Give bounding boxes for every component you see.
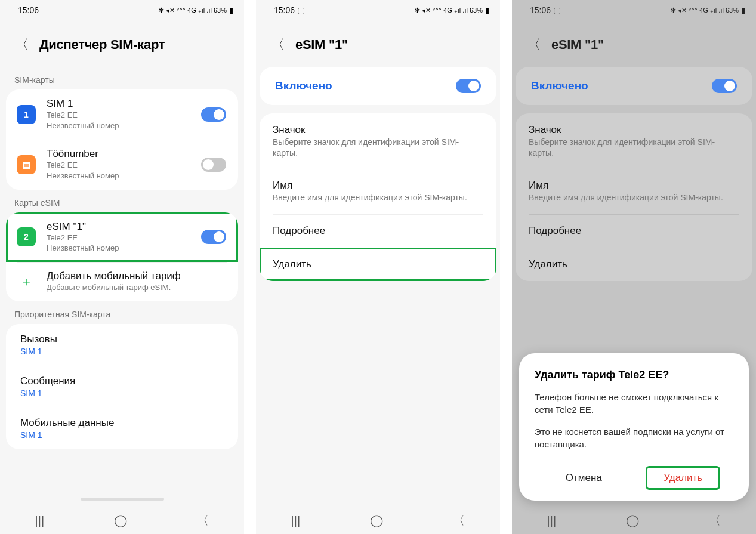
esim1-toggle[interactable] (201, 230, 226, 244)
esim1-row[interactable]: 2 eSIM "1" Tele2 EE Неизвестный номер (6, 212, 238, 263)
esim-card: 2 eSIM "1" Tele2 EE Неизвестный номер ＋ … (6, 212, 238, 302)
nav-recents-icon[interactable]: ||| (547, 514, 557, 527)
pref-sms-row[interactable]: Сообщения SIM 1 (6, 366, 238, 408)
more-row[interactable]: Подробнее (260, 214, 496, 248)
battery-icon: ▮ (741, 6, 745, 15)
screen-esim-delete-dialog: 15:06 ▢ ✻ ◂✕ ᵛᵒᵒ 4G ₊ıl .ıl 63%▮ 〈 eSIM … (512, 0, 756, 534)
more-label: Подробнее (529, 225, 739, 237)
sim2-icon: ▤ (17, 155, 36, 174)
name-title: Имя (529, 180, 739, 192)
add-plan-title: Добавить мобильный тариф (47, 270, 226, 282)
dialog-body-1: Телефон больше не сможет подключаться к … (535, 391, 733, 416)
gesture-handle (81, 498, 164, 501)
status-indicators: ✻ ◂✕ ᵛᵒᵒ 4G ₊ıl .ıl 63%▮ (159, 6, 233, 15)
esim1-number: Неизвестный номер (47, 243, 201, 254)
status-bar: 15:06 ▢ ✻ ◂✕ ᵛᵒᵒ 4G ₊ıl .ıl 63%▮ (512, 0, 756, 18)
pref-sms-label: Сообщения (20, 375, 224, 387)
sim1-number: Неизвестный номер (47, 121, 201, 131)
status-indicators: ✻ ◂✕ ᵛᵒᵒ 4G ₊ıl .ıl 63%▮ (415, 6, 489, 15)
sim2-name: Töönumber (47, 148, 201, 160)
screen-sim-manager: 15:06 ✻ ◂✕ ᵛᵒᵒ 4G ₊ıl .ıl 63%▮ 〈 Диспетч… (0, 0, 244, 534)
name-row[interactable]: Имя Введите имя для идентификации этой S… (260, 169, 496, 214)
delete-label: Удалить (529, 258, 739, 270)
pref-data-sim: SIM 1 (20, 430, 224, 440)
pref-calls-row[interactable]: Вызовы SIM 1 (6, 324, 238, 366)
sim2-toggle[interactable] (201, 158, 226, 172)
add-plan-sub: Добавьте мобильный тариф eSIM. (47, 283, 226, 293)
pref-calls-sim: SIM 1 (20, 347, 224, 356)
sim1-name: SIM 1 (47, 98, 201, 110)
esim-settings-card: Значок Выберите значок для идентификации… (516, 113, 752, 281)
sim1-icon: 1 (17, 105, 36, 124)
back-icon[interactable]: 〈 (271, 36, 285, 54)
nav-home-icon[interactable]: ◯ (626, 513, 639, 527)
dialog-delete-button[interactable]: Удалить (646, 466, 720, 490)
dialog-body: Телефон больше не сможет подключаться к … (535, 391, 733, 450)
section-esim: Карты eSIM (0, 190, 244, 212)
nav-back-icon[interactable]: 〈 (197, 513, 209, 529)
enabled-row[interactable]: Включено (260, 67, 496, 105)
nav-recents-icon[interactable]: ||| (35, 514, 45, 527)
enabled-row: Включено (516, 67, 752, 105)
status-indicators: ✻ ◂✕ ᵛᵒᵒ 4G ₊ıl .ıl 63%▮ (671, 6, 745, 15)
battery-icon: ▮ (485, 6, 489, 15)
delete-row[interactable]: Удалить (260, 248, 496, 281)
status-bar: 15:06 ▢ ✻ ◂✕ ᵛᵒᵒ 4G ₊ıl .ıl 63%▮ (256, 0, 500, 18)
nav-bar: ||| ◯ 〈 (512, 507, 756, 534)
title-bar: 〈 Диспетчер SIM-карт (0, 18, 244, 67)
more-label: Подробнее (273, 225, 483, 237)
enabled-toggle[interactable] (456, 79, 481, 93)
sim1-row[interactable]: 1 SIM 1 Tele2 EE Неизвестный номер (6, 89, 238, 140)
sim2-number: Неизвестный номер (47, 171, 201, 181)
icon-sub: Выберите значок для идентификации этой S… (529, 137, 739, 158)
nav-back-icon[interactable]: 〈 (709, 513, 721, 529)
nav-home-icon[interactable]: ◯ (114, 513, 127, 527)
icon-title: Значок (529, 124, 739, 136)
esim1-icon: 2 (17, 227, 36, 246)
page-title: Диспетчер SIM-карт (39, 37, 165, 53)
icon-row: Значок Выберите значок для идентификации… (516, 113, 752, 169)
preferred-card: Вызовы SIM 1 Сообщения SIM 1 Мобильные д… (6, 324, 238, 449)
delete-label: Удалить (273, 258, 483, 270)
icon-row[interactable]: Значок Выберите значок для идентификации… (260, 113, 496, 169)
pref-data-label: Мобильные данные (20, 417, 224, 429)
dialog-title: Удалить тариф Tele2 EE? (535, 369, 733, 381)
section-preferred: Приоритетная SIM-карта (0, 301, 244, 324)
sim1-toggle[interactable] (201, 107, 226, 122)
plus-icon: ＋ (17, 272, 36, 291)
pref-calls-label: Вызовы (20, 334, 224, 345)
esim1-carrier: Tele2 EE (47, 233, 201, 243)
more-row: Подробнее (516, 214, 752, 248)
status-time: 15:06 (18, 5, 39, 15)
nav-bar: ||| ◯ 〈 (256, 507, 500, 534)
dialog-actions: Отмена Удалить (535, 461, 733, 490)
title-bar: 〈 eSIM "1" (256, 18, 500, 67)
name-sub: Введите имя для идентификации этой SIM-к… (529, 192, 739, 203)
enabled-toggle (712, 79, 737, 93)
back-icon[interactable]: 〈 (527, 36, 541, 54)
page-title: eSIM "1" (295, 37, 348, 53)
screen-esim-detail: 15:06 ▢ ✻ ◂✕ ᵛᵒᵒ 4G ₊ıl .ıl 63%▮ 〈 eSIM … (256, 0, 500, 534)
back-icon[interactable]: 〈 (16, 36, 29, 54)
name-title: Имя (273, 180, 483, 192)
sim-cards-card: 1 SIM 1 Tele2 EE Неизвестный номер ▤ Töö… (6, 89, 238, 190)
delete-row: Удалить (516, 248, 752, 281)
enabled-label: Включено (275, 79, 332, 92)
add-plan-row[interactable]: ＋ Добавить мобильный тариф Добавьте моби… (6, 262, 238, 301)
dialog-body-2: Это не коснется вашей подписки на услуги… (535, 425, 733, 450)
page-title: eSIM "1" (551, 37, 604, 53)
dialog-cancel-button[interactable]: Отмена (548, 466, 620, 490)
sim2-row[interactable]: ▤ Töönumber Tele2 EE Неизвестный номер (6, 140, 238, 190)
esim-settings-card: Значок Выберите значок для идентификации… (260, 113, 496, 281)
nav-bar: ||| ◯ 〈 (0, 507, 244, 534)
pref-sms-sim: SIM 1 (20, 388, 224, 398)
pref-data-row[interactable]: Мобильные данные SIM 1 (6, 408, 238, 449)
nav-recents-icon[interactable]: ||| (291, 514, 301, 527)
enabled-label: Включено (531, 79, 588, 92)
nav-home-icon[interactable]: ◯ (370, 513, 383, 527)
icon-sub: Выберите значок для идентификации этой S… (273, 137, 483, 158)
delete-confirm-dialog: Удалить тариф Tele2 EE? Телефон больше н… (519, 353, 749, 501)
status-time: 15:06 ▢ (274, 5, 305, 15)
nav-back-icon[interactable]: 〈 (453, 513, 465, 529)
status-time: 15:06 ▢ (530, 5, 561, 15)
